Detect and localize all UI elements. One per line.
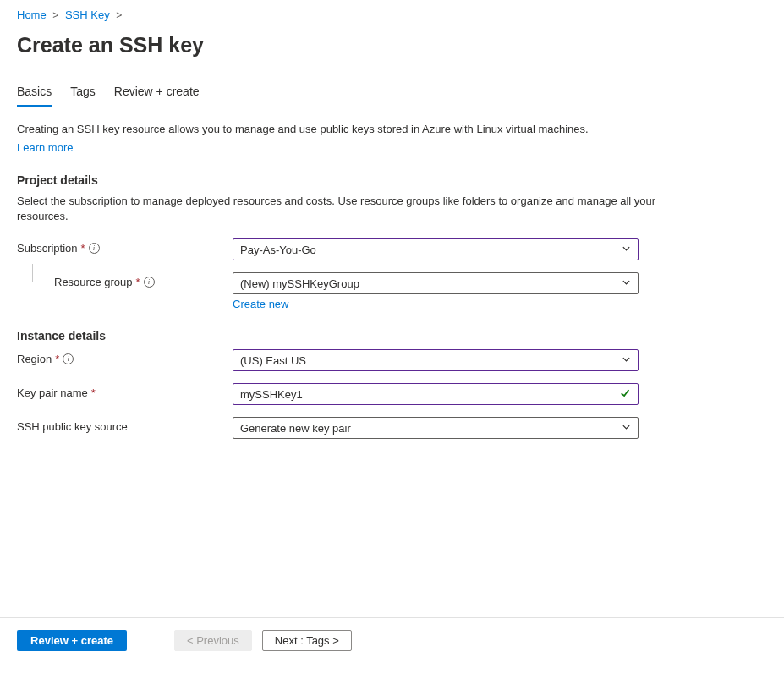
project-details-desc: Select the subscription to manage deploy… [17,194,660,223]
chevron-down-icon [622,422,631,435]
resource-group-select[interactable]: (New) mySSHKeyGroup [233,272,639,294]
chevron-down-icon [622,277,631,290]
tree-indent-line [32,264,51,282]
subscription-select[interactable]: Pay-As-You-Go [233,238,639,260]
instance-details-title: Instance details [17,329,767,342]
info-icon[interactable]: i [63,353,74,364]
keypair-name-row: Key pair name * [17,383,767,405]
resource-group-value: (New) mySSHKeyGroup [240,277,359,290]
review-create-button[interactable]: Review + create [17,630,127,651]
ssh-source-label: SSH public key source [17,420,128,433]
chevron-down-icon [622,354,631,367]
region-select[interactable]: (US) East US [233,349,639,371]
page-title: Create an SSH key [17,33,767,58]
tab-basics[interactable]: Basics [17,81,52,107]
next-button[interactable]: Next : Tags > [262,630,352,651]
tab-tags[interactable]: Tags [70,81,96,107]
region-row: Region * i (US) East US [17,349,767,371]
required-marker: * [55,353,59,365]
chevron-down-icon [622,244,631,256]
keypair-name-input[interactable] [240,384,614,404]
required-marker: * [91,386,96,399]
keypair-name-label: Key pair name [17,386,88,399]
resource-group-row: Resource group * i (New) mySSHKeyGroup C… [17,272,767,310]
wizard-footer: Review + create < Previous Next : Tags > [0,618,784,666]
previous-button: < Previous [174,630,252,651]
breadcrumb-sep: > [52,9,58,21]
subscription-row: Subscription * i Pay-As-You-Go [17,238,767,260]
region-label: Region [17,353,52,365]
tab-review-create[interactable]: Review + create [114,81,200,107]
ssh-source-value: Generate new key pair [240,422,351,435]
project-details-title: Project details [17,173,767,187]
keypair-name-field-wrapper [233,383,639,405]
subscription-value: Pay-As-You-Go [240,244,316,256]
region-value: (US) East US [240,354,306,367]
breadcrumb-sshkey-link[interactable]: SSH Key [65,8,110,21]
intro-copy: Creating an SSH key resource allows you … [17,123,589,135]
subscription-label: Subscription [17,242,78,255]
breadcrumb-home-link[interactable]: Home [17,8,47,21]
check-icon [619,387,631,402]
info-icon[interactable]: i [144,277,155,288]
tab-bar: Basics Tags Review + create [17,81,767,107]
breadcrumb: Home > SSH Key > [17,7,767,26]
required-marker: * [136,276,140,288]
required-marker: * [81,242,85,255]
ssh-source-row: SSH public key source Generate new key p… [17,417,767,439]
ssh-source-select[interactable]: Generate new key pair [233,417,639,439]
info-icon[interactable]: i [89,243,100,254]
learn-more-link[interactable]: Learn more [17,140,73,156]
intro-text: Creating an SSH key resource allows you … [17,122,660,155]
create-new-link[interactable]: Create new [233,298,288,310]
breadcrumb-sep: > [116,9,122,21]
resource-group-label: Resource group [54,276,133,288]
